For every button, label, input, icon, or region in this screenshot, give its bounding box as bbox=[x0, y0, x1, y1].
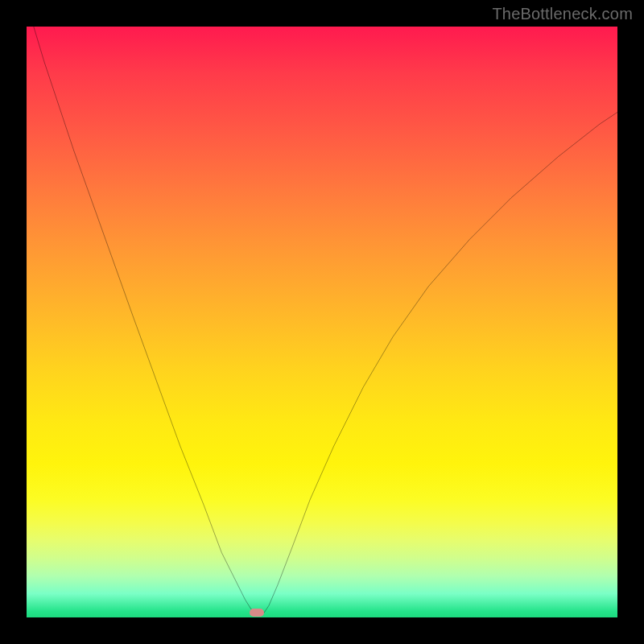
bottleneck-curve bbox=[27, 27, 617, 617]
watermark-text: TheBottleneck.com bbox=[492, 5, 633, 23]
optimal-point-marker bbox=[250, 609, 264, 617]
plot-area bbox=[27, 27, 617, 617]
chart-frame: TheBottleneck.com bbox=[0, 0, 644, 644]
